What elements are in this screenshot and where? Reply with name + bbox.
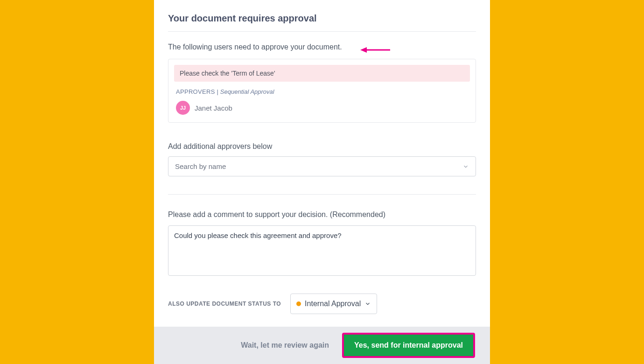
avatar: JJ — [176, 101, 190, 115]
chevron-down-icon — [364, 301, 371, 307]
subtitle-row: The following users need to approve your… — [168, 43, 476, 51]
annotation-arrow-icon — [360, 47, 390, 53]
search-placeholder: Search by name — [175, 162, 226, 170]
search-approvers-select[interactable]: Search by name — [168, 156, 476, 176]
notice-banner: Please check the 'Term of Lease' — [174, 65, 470, 82]
status-label: ALSO UPDATE DOCUMENT STATUS TO — [168, 301, 281, 307]
status-dot-icon — [296, 301, 301, 306]
add-approvers-label: Add additional approvers below — [168, 142, 476, 151]
divider — [168, 31, 476, 32]
chevron-down-icon — [462, 163, 469, 170]
approvers-label: APPROVERS | — [176, 88, 218, 95]
approvers-card: Please check the 'Term of Lease' APPROVE… — [168, 59, 476, 123]
approval-mode: Sequential Approval — [220, 88, 274, 95]
divider — [168, 194, 476, 195]
review-again-button[interactable]: Wait, let me review again — [241, 341, 329, 350]
send-for-approval-button[interactable]: Yes, send for internal approval — [344, 335, 473, 356]
status-row: ALSO UPDATE DOCUMENT STATUS TO Internal … — [168, 294, 476, 314]
approver-name: Janet Jacob — [195, 104, 232, 112]
status-select[interactable]: Internal Approval — [290, 294, 377, 314]
annotation-highlight: Yes, send for internal approval — [342, 333, 475, 358]
comment-label: Please add a comment to support your dec… — [168, 210, 476, 219]
modal-body: Your document requires approval The foll… — [154, 0, 490, 327]
svg-marker-1 — [360, 47, 367, 53]
approvers-subtitle: The following users need to approve your… — [168, 43, 342, 51]
approval-type-row: APPROVERS | Sequential Approval — [174, 88, 470, 95]
comment-textarea[interactable] — [168, 225, 476, 276]
approval-modal: Your document requires approval The foll… — [154, 0, 490, 364]
page-title: Your document requires approval — [168, 13, 476, 24]
modal-footer: Wait, let me review again Yes, send for … — [154, 327, 490, 364]
status-selected-text: Internal Approval — [305, 300, 361, 308]
approver-row: JJ Janet Jacob — [174, 101, 470, 115]
